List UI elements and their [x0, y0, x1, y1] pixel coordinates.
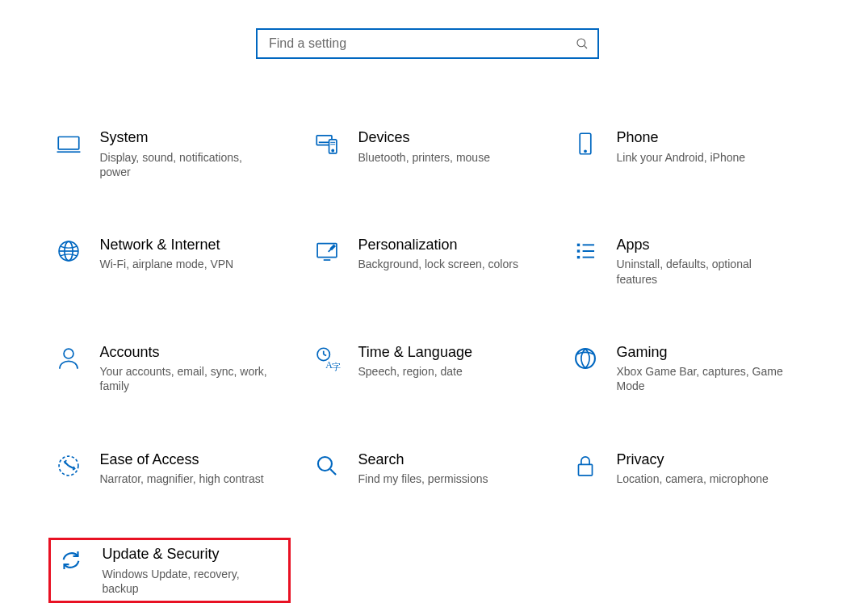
category-update-security[interactable]: Update & Security Windows Update, recove…	[48, 538, 291, 603]
category-gaming[interactable]: Gaming Xbox Game Bar, captures, Game Mod…	[565, 338, 807, 399]
category-apps[interactable]: Apps Uninstall, defaults, optional featu…	[565, 231, 807, 291]
category-subtitle: Bluetooth, printers, mouse	[358, 150, 528, 165]
category-network[interactable]: Network & Internet Wi-Fi, airplane mode,…	[48, 231, 291, 291]
category-system[interactable]: System Display, sound, notifications, po…	[48, 124, 291, 184]
category-subtitle: Windows Update, recovery, backup	[103, 567, 272, 596]
category-title: Update & Security	[103, 545, 285, 564]
category-subtitle: Background, lock screen, colors	[358, 257, 528, 271]
category-title: Accounts	[100, 343, 287, 362]
category-title: Privacy	[617, 450, 804, 469]
category-time-language[interactable]: A 字 Time & Language Speech, region, date	[307, 338, 549, 399]
category-subtitle: Find my files, permissions	[358, 471, 528, 486]
category-title: Devices	[358, 128, 546, 147]
category-title: Phone	[617, 128, 804, 147]
category-subtitle: Speech, region, date	[358, 364, 528, 379]
category-subtitle: Your accounts, email, sync, work, family	[100, 364, 270, 393]
category-title: Apps	[617, 236, 804, 254]
svg-line-33	[330, 469, 336, 475]
svg-point-0	[577, 39, 585, 47]
svg-point-7	[332, 149, 333, 151]
apps-icon	[568, 237, 602, 271]
search-icon	[575, 36, 589, 51]
svg-point-24	[64, 349, 73, 358]
category-title: Network & Internet	[100, 236, 287, 254]
category-title: Ease of Access	[100, 450, 287, 469]
phone-icon	[568, 130, 602, 164]
search-category-icon	[310, 452, 344, 486]
update-icon	[54, 547, 88, 580]
category-accounts[interactable]: Accounts Your accounts, email, sync, wor…	[48, 338, 291, 399]
category-title: Time & Language	[358, 343, 546, 362]
category-subtitle: Wi-Fi, airplane mode, VPN	[100, 257, 270, 271]
category-title: Search	[358, 450, 546, 469]
svg-rect-19	[576, 249, 579, 252]
category-search[interactable]: Search Find my files, permissions	[307, 446, 549, 492]
category-personalization[interactable]: Personalization Background, lock screen,…	[307, 231, 549, 291]
category-privacy[interactable]: Privacy Location, camera, microphone	[565, 446, 807, 492]
svg-line-1	[584, 45, 587, 48]
category-title: System	[100, 128, 287, 147]
category-subtitle: Xbox Game Bar, captures, Game Mode	[617, 364, 786, 393]
settings-home: System Display, sound, notifications, po…	[0, 0, 855, 616]
category-subtitle: Link your Android, iPhone	[617, 150, 786, 165]
svg-rect-20	[576, 256, 579, 258]
devices-icon	[310, 130, 344, 164]
svg-rect-2	[58, 137, 79, 149]
gaming-icon	[568, 345, 602, 379]
svg-rect-18	[576, 244, 579, 246]
system-icon	[52, 130, 86, 164]
search-container	[0, 28, 855, 59]
time-language-icon: A 字	[310, 345, 344, 379]
globe-icon	[52, 237, 86, 271]
category-title: Gaming	[617, 343, 804, 362]
categories-grid: System Display, sound, notifications, po…	[32, 124, 824, 603]
search-input[interactable]	[267, 36, 575, 52]
svg-point-32	[317, 457, 331, 471]
svg-point-11	[584, 150, 585, 152]
personalization-icon	[310, 237, 344, 271]
svg-rect-34	[578, 464, 592, 476]
lock-icon	[568, 452, 602, 486]
category-phone[interactable]: Phone Link your Android, iPhone	[565, 124, 807, 184]
svg-line-17	[328, 248, 331, 251]
category-ease-of-access[interactable]: Ease of Access Narrator, magnifier, high…	[48, 446, 291, 492]
svg-text:字: 字	[331, 361, 340, 371]
category-subtitle: Uninstall, defaults, optional features	[617, 257, 786, 286]
category-devices[interactable]: Devices Bluetooth, printers, mouse	[307, 124, 549, 184]
ease-of-access-icon	[52, 452, 86, 486]
search-box[interactable]	[256, 28, 599, 59]
accounts-icon	[52, 345, 86, 379]
category-subtitle: Location, camera, microphone	[617, 471, 786, 486]
category-subtitle: Display, sound, notifications, power	[100, 150, 270, 179]
svg-line-27	[323, 354, 325, 356]
category-subtitle: Narrator, magnifier, high contrast	[100, 471, 270, 486]
category-title: Personalization	[358, 236, 546, 254]
